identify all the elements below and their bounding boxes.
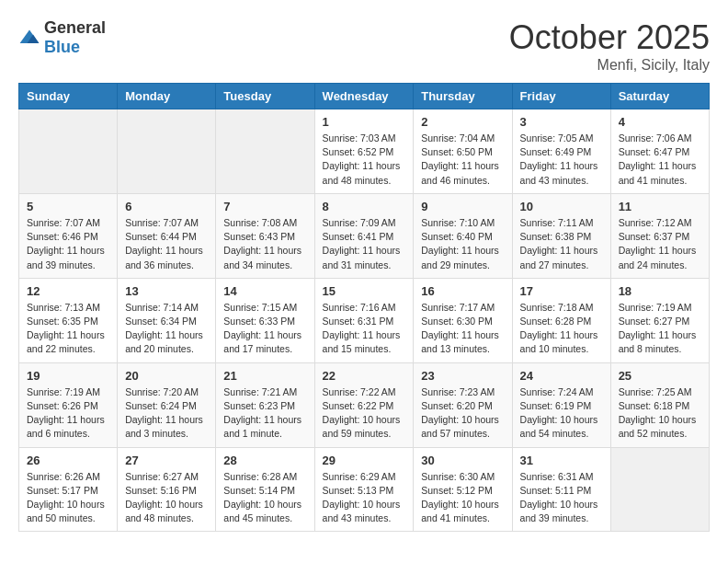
day-info: Sunrise: 7:16 AM Sunset: 6:31 PM Dayligh… — [323, 301, 406, 357]
calendar-cell — [19, 109, 118, 194]
logo-text: General Blue — [44, 18, 106, 57]
calendar-cell: 9Sunrise: 7:10 AM Sunset: 6:40 PM Daylig… — [414, 193, 512, 278]
day-number: 27 — [125, 454, 208, 467]
day-number: 18 — [619, 284, 701, 298]
calendar-cell: 3Sunrise: 7:05 AM Sunset: 6:49 PM Daylig… — [512, 109, 610, 194]
day-info: Sunrise: 7:19 AM Sunset: 6:27 PM Dayligh… — [619, 301, 701, 357]
calendar-cell: 28Sunrise: 6:28 AM Sunset: 5:14 PM Dayli… — [216, 447, 314, 532]
day-number: 11 — [619, 200, 701, 213]
calendar-week-row: 5Sunrise: 7:07 AM Sunset: 6:46 PM Daylig… — [19, 193, 710, 278]
calendar-cell: 31Sunrise: 6:31 AM Sunset: 5:11 PM Dayli… — [512, 447, 610, 532]
calendar-cell — [118, 109, 216, 194]
calendar-cell: 29Sunrise: 6:29 AM Sunset: 5:13 PM Dayli… — [314, 447, 414, 532]
day-number: 8 — [323, 200, 406, 213]
day-number: 9 — [421, 200, 504, 213]
weekday-header-row: SundayMondayTuesdayWednesdayThursdayFrid… — [19, 84, 710, 109]
day-number: 1 — [323, 115, 406, 129]
calendar-cell: 19Sunrise: 7:19 AM Sunset: 6:26 PM Dayli… — [19, 362, 118, 447]
day-info: Sunrise: 7:12 AM Sunset: 6:37 PM Dayligh… — [619, 216, 701, 272]
calendar-cell — [610, 447, 709, 532]
weekday-header-monday: Monday — [118, 84, 216, 109]
calendar-cell: 14Sunrise: 7:15 AM Sunset: 6:33 PM Dayli… — [216, 278, 314, 362]
day-info: Sunrise: 7:07 AM Sunset: 6:46 PM Dayligh… — [27, 216, 109, 272]
calendar-cell: 17Sunrise: 7:18 AM Sunset: 6:28 PM Dayli… — [512, 278, 610, 362]
calendar-cell: 10Sunrise: 7:11 AM Sunset: 6:38 PM Dayli… — [512, 193, 610, 278]
day-number: 12 — [27, 284, 109, 298]
day-info: Sunrise: 6:31 AM Sunset: 5:11 PM Dayligh… — [520, 470, 603, 526]
day-number: 28 — [223, 454, 306, 467]
calendar-week-row: 1Sunrise: 7:03 AM Sunset: 6:52 PM Daylig… — [19, 109, 710, 194]
day-number: 25 — [619, 369, 701, 383]
day-number: 19 — [27, 369, 109, 383]
weekday-header-friday: Friday — [512, 84, 610, 109]
day-number: 5 — [27, 200, 109, 213]
title-block: October 2025 Menfi, Sicily, Italy — [509, 18, 710, 74]
calendar-cell: 2Sunrise: 7:04 AM Sunset: 6:50 PM Daylig… — [414, 109, 512, 194]
day-number: 26 — [27, 454, 109, 467]
day-info: Sunrise: 7:11 AM Sunset: 6:38 PM Dayligh… — [520, 216, 603, 272]
day-info: Sunrise: 7:03 AM Sunset: 6:52 PM Dayligh… — [323, 132, 406, 188]
day-info: Sunrise: 7:09 AM Sunset: 6:41 PM Dayligh… — [323, 216, 406, 272]
calendar-week-row: 12Sunrise: 7:13 AM Sunset: 6:35 PM Dayli… — [19, 278, 710, 362]
day-number: 14 — [223, 284, 306, 298]
day-info: Sunrise: 6:30 AM Sunset: 5:12 PM Dayligh… — [421, 470, 504, 526]
calendar-table: SundayMondayTuesdayWednesdayThursdayFrid… — [18, 83, 710, 532]
logo-general: General — [44, 18, 106, 37]
day-number: 23 — [421, 369, 504, 383]
weekday-header-tuesday: Tuesday — [216, 84, 314, 109]
calendar-cell: 12Sunrise: 7:13 AM Sunset: 6:35 PM Dayli… — [19, 278, 118, 362]
day-number: 3 — [520, 115, 603, 129]
calendar-cell: 4Sunrise: 7:06 AM Sunset: 6:47 PM Daylig… — [610, 109, 709, 194]
day-info: Sunrise: 7:17 AM Sunset: 6:30 PM Dayligh… — [421, 301, 504, 357]
day-info: Sunrise: 6:29 AM Sunset: 5:13 PM Dayligh… — [323, 470, 406, 526]
day-info: Sunrise: 7:05 AM Sunset: 6:49 PM Dayligh… — [520, 132, 603, 188]
calendar-cell: 7Sunrise: 7:08 AM Sunset: 6:43 PM Daylig… — [216, 193, 314, 278]
calendar-cell: 24Sunrise: 7:24 AM Sunset: 6:19 PM Dayli… — [512, 362, 610, 447]
calendar-cell: 18Sunrise: 7:19 AM Sunset: 6:27 PM Dayli… — [610, 278, 709, 362]
day-info: Sunrise: 6:28 AM Sunset: 5:14 PM Dayligh… — [223, 470, 306, 526]
day-info: Sunrise: 7:15 AM Sunset: 6:33 PM Dayligh… — [223, 301, 306, 357]
day-info: Sunrise: 7:10 AM Sunset: 6:40 PM Dayligh… — [421, 216, 504, 272]
day-number: 30 — [421, 454, 504, 467]
day-info: Sunrise: 7:22 AM Sunset: 6:22 PM Dayligh… — [323, 385, 406, 442]
calendar-cell: 15Sunrise: 7:16 AM Sunset: 6:31 PM Dayli… — [314, 278, 414, 362]
day-info: Sunrise: 7:25 AM Sunset: 6:18 PM Dayligh… — [619, 385, 701, 442]
calendar-cell: 16Sunrise: 7:17 AM Sunset: 6:30 PM Dayli… — [414, 278, 512, 362]
day-info: Sunrise: 6:27 AM Sunset: 5:16 PM Dayligh… — [125, 470, 208, 526]
day-number: 13 — [125, 284, 208, 298]
day-info: Sunrise: 7:07 AM Sunset: 6:44 PM Dayligh… — [125, 216, 208, 272]
calendar-cell: 1Sunrise: 7:03 AM Sunset: 6:52 PM Daylig… — [314, 109, 414, 194]
calendar-cell: 25Sunrise: 7:25 AM Sunset: 6:18 PM Dayli… — [610, 362, 709, 447]
day-info: Sunrise: 7:23 AM Sunset: 6:20 PM Dayligh… — [421, 385, 504, 442]
calendar-cell: 22Sunrise: 7:22 AM Sunset: 6:22 PM Dayli… — [314, 362, 414, 447]
calendar-cell: 11Sunrise: 7:12 AM Sunset: 6:37 PM Dayli… — [610, 193, 709, 278]
calendar-week-row: 19Sunrise: 7:19 AM Sunset: 6:26 PM Dayli… — [19, 362, 710, 447]
day-number: 21 — [223, 369, 306, 383]
month-title: October 2025 — [509, 18, 710, 57]
day-info: Sunrise: 7:21 AM Sunset: 6:23 PM Dayligh… — [223, 385, 306, 442]
calendar-cell: 20Sunrise: 7:20 AM Sunset: 6:24 PM Dayli… — [118, 362, 216, 447]
day-info: Sunrise: 7:19 AM Sunset: 6:26 PM Dayligh… — [27, 385, 109, 442]
calendar-week-row: 26Sunrise: 6:26 AM Sunset: 5:17 PM Dayli… — [19, 447, 710, 532]
logo-blue: Blue — [44, 38, 80, 56]
day-info: Sunrise: 7:20 AM Sunset: 6:24 PM Dayligh… — [125, 385, 208, 442]
weekday-header-wednesday: Wednesday — [314, 84, 414, 109]
page-header: General Blue October 2025 Menfi, Sicily,… — [18, 18, 710, 74]
day-number: 2 — [421, 115, 504, 129]
calendar-cell: 8Sunrise: 7:09 AM Sunset: 6:41 PM Daylig… — [314, 193, 414, 278]
day-number: 16 — [421, 284, 504, 298]
calendar-cell: 27Sunrise: 6:27 AM Sunset: 5:16 PM Dayli… — [118, 447, 216, 532]
day-info: Sunrise: 6:26 AM Sunset: 5:17 PM Dayligh… — [27, 470, 109, 526]
calendar-cell: 30Sunrise: 6:30 AM Sunset: 5:12 PM Dayli… — [414, 447, 512, 532]
day-number: 4 — [619, 115, 701, 129]
day-number: 15 — [323, 284, 406, 298]
location-title: Menfi, Sicily, Italy — [509, 57, 710, 74]
day-info: Sunrise: 7:04 AM Sunset: 6:50 PM Dayligh… — [421, 132, 504, 188]
day-number: 17 — [520, 284, 603, 298]
calendar-cell: 5Sunrise: 7:07 AM Sunset: 6:46 PM Daylig… — [19, 193, 118, 278]
day-number: 6 — [125, 200, 208, 213]
day-info: Sunrise: 7:13 AM Sunset: 6:35 PM Dayligh… — [27, 301, 109, 357]
calendar-cell: 23Sunrise: 7:23 AM Sunset: 6:20 PM Dayli… — [414, 362, 512, 447]
day-number: 29 — [323, 454, 406, 467]
day-number: 20 — [125, 369, 208, 383]
